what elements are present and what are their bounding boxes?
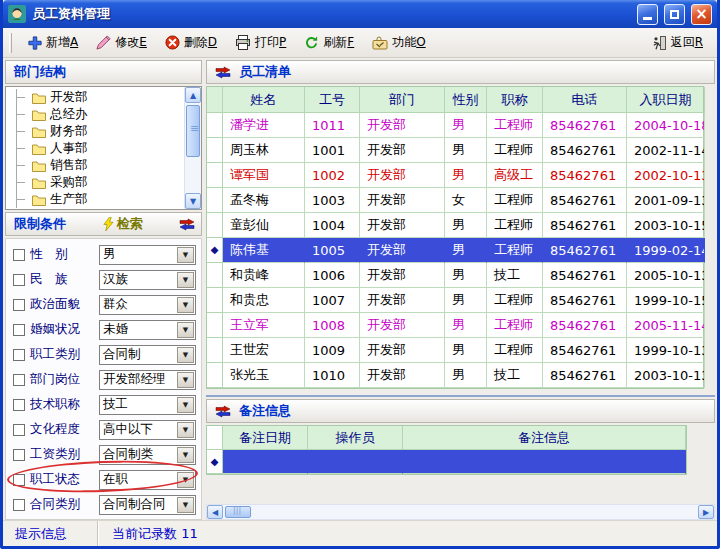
remark-panel-title: 备注信息 <box>239 402 291 420</box>
contract-type-select[interactable]: 合同制合同▼ <box>99 495 196 515</box>
print-icon <box>235 35 251 50</box>
tree-item-hr[interactable]: 人事部 <box>6 140 184 157</box>
filter-panel: 性 别 男▼ 民 族 汉族▼ 政治面貌 群众▼ 婚姻状况 未婚▼ <box>5 238 202 520</box>
chevron-down-icon[interactable]: ▼ <box>177 372 194 388</box>
search-button[interactable]: 检索 <box>103 215 143 233</box>
filter-row-contract-type: 合同类别 合同制合同▼ <box>6 492 201 517</box>
scrollbar-thumb[interactable] <box>186 105 200 157</box>
table-row[interactable]: 王立军1008开发部男工程师854627612005-11-14 <box>207 313 703 338</box>
toolbar: 新增A 修改E 删除D 打印P 刷新F 功能O 返回R <box>3 28 717 58</box>
filter-row-emp-type: 职工类别 合同制▼ <box>6 342 201 367</box>
folder-icon <box>32 92 46 104</box>
scroll-left-icon[interactable]: ◀ <box>207 505 223 519</box>
filter-row-ethnic: 民 族 汉族▼ <box>6 267 201 292</box>
employee-table-header: 姓名 工号 部门 性别 职称 电话 入职日期 <box>207 87 703 113</box>
delete-icon <box>165 35 180 50</box>
row-selector <box>207 163 223 188</box>
minimize-icon <box>643 17 652 20</box>
filter-checkbox[interactable] <box>13 424 25 436</box>
filter-checkbox[interactable] <box>13 399 25 411</box>
add-icon <box>28 36 42 50</box>
scrollbar-thumb[interactable] <box>225 506 251 518</box>
emp-type-select[interactable]: 合同制▼ <box>99 345 196 365</box>
return-button[interactable]: 返回R <box>645 31 709 54</box>
close-button[interactable]: × <box>691 4 712 25</box>
filter-checkbox[interactable] <box>13 499 25 511</box>
chevron-down-icon[interactable]: ▼ <box>177 447 194 463</box>
row-selector: ◆ <box>207 238 223 263</box>
position-select[interactable]: 开发部经理▼ <box>99 370 196 390</box>
table-row[interactable]: 潘学进1011开发部男工程师854627612004-10-18 <box>207 113 703 138</box>
filter-checkbox[interactable] <box>13 274 25 286</box>
table-row[interactable]: 童彭仙1004开发部男工程师854627612003-10-15 <box>207 213 703 238</box>
table-row-selected[interactable]: ◆ 陈伟基1005开发部男工程师854627611999-02-14 <box>207 238 703 263</box>
remark-panel: 备注信息 备注日期 操作员 备注信息 ◆ <box>206 395 715 475</box>
sex-select[interactable]: 男▼ <box>99 245 196 265</box>
function-button[interactable]: 功能O <box>366 31 431 54</box>
row-selector <box>207 188 223 213</box>
folder-icon <box>32 194 46 206</box>
emp-status-select[interactable]: 在职▼ <box>99 470 196 490</box>
dept-panel-header: 部门结构 <box>5 60 202 84</box>
table-row[interactable]: 谭军国1002开发部男高级工854627612002-10-13 <box>207 163 703 188</box>
dept-tree-list: 开发部 总经办 财务部 人事部 <box>6 87 184 209</box>
chevron-down-icon[interactable]: ▼ <box>177 472 194 488</box>
edit-icon <box>96 35 111 50</box>
chevron-down-icon[interactable]: ▼ <box>177 397 194 413</box>
tree-scrollbar[interactable]: ▲ ▼ <box>184 87 201 209</box>
refresh-button[interactable]: 刷新F <box>298 31 360 54</box>
row-selector <box>207 213 223 238</box>
print-button[interactable]: 打印P <box>229 31 292 54</box>
remark-table-header: 备注日期 操作员 备注信息 <box>207 426 686 450</box>
tree-item-purchase[interactable]: 采购部 <box>6 174 184 191</box>
chevron-down-icon[interactable]: ▼ <box>177 422 194 438</box>
filter-checkbox[interactable] <box>13 249 25 261</box>
horizontal-scrollbar[interactable]: ◀ ▶ <box>206 504 715 520</box>
filter-checkbox[interactable] <box>13 374 25 386</box>
remark-row-selected[interactable]: ◆ <box>207 450 686 474</box>
add-button[interactable]: 新增A <box>22 31 84 54</box>
edit-button[interactable]: 修改E <box>90 31 153 54</box>
minimize-button[interactable] <box>637 4 658 25</box>
political-select[interactable]: 群众▼ <box>99 295 196 315</box>
filter-checkbox[interactable] <box>13 449 25 461</box>
scroll-down-icon[interactable]: ▼ <box>185 193 201 209</box>
table-row[interactable]: 周玉林1001开发部男工程师854627612002-11-14 <box>207 138 703 163</box>
ethnic-select[interactable]: 汉族▼ <box>99 270 196 290</box>
tree-item-dev[interactable]: 开发部 <box>6 89 184 106</box>
tree-item-production[interactable]: 生产部 <box>6 191 184 208</box>
table-row[interactable]: 孟冬梅1003开发部女工程师854627612001-09-13 <box>207 188 703 213</box>
chevron-down-icon[interactable]: ▼ <box>177 497 194 513</box>
status-hint: 提示信息 <box>3 521 98 546</box>
filter-checkbox[interactable] <box>13 474 25 486</box>
filter-row-tech-title: 技术职称 技工▼ <box>6 392 201 417</box>
chevron-down-icon[interactable]: ▼ <box>177 247 194 263</box>
scroll-up-icon[interactable]: ▲ <box>185 87 201 103</box>
chevron-down-icon[interactable]: ▼ <box>177 297 194 313</box>
right-panel: 员工清单 姓名 工号 部门 性别 职称 电话 入职日期 潘学进1011开发部男工… <box>206 60 715 520</box>
table-row[interactable]: 王世宏1009开发部男工程师854627611999-10-13 <box>207 338 703 363</box>
filter-checkbox[interactable] <box>13 324 25 336</box>
tree-item-gm[interactable]: 总经办 <box>6 106 184 123</box>
chevron-down-icon[interactable]: ▼ <box>177 322 194 338</box>
filter-checkbox[interactable] <box>13 349 25 361</box>
app-window: 员工资料管理 × 新增A 修改E 删除D 打印P 刷新F 功能O <box>0 0 720 549</box>
table-row[interactable]: 和贵忠1007开发部男工程师854627611999-10-15 <box>207 288 703 313</box>
filter-checkbox[interactable] <box>13 299 25 311</box>
filter-row-emp-status: 职工状态 在职▼ <box>6 467 201 492</box>
salary-type-select[interactable]: 合同制类▼ <box>99 445 196 465</box>
marriage-select[interactable]: 未婚▼ <box>99 320 196 340</box>
tree-item-sales[interactable]: 销售部 <box>6 157 184 174</box>
filter-row-marriage: 婚姻状况 未婚▼ <box>6 317 201 342</box>
tech-title-select[interactable]: 技工▼ <box>99 395 196 415</box>
maximize-button[interactable] <box>664 4 685 25</box>
chevron-down-icon[interactable]: ▼ <box>177 347 194 363</box>
table-row[interactable]: 和贵峰1006开发部男技工854627612005-10-13 <box>207 263 703 288</box>
table-row[interactable]: 张光玉1010开发部男技工854627612003-10-13 <box>207 363 703 388</box>
delete-button[interactable]: 删除D <box>159 31 223 54</box>
main-area: 部门结构 开发部 总经办 财务部 <box>3 58 717 520</box>
scroll-right-icon[interactable]: ▶ <box>698 505 714 519</box>
tree-item-finance[interactable]: 财务部 <box>6 123 184 140</box>
education-select[interactable]: 高中以下▼ <box>99 420 196 440</box>
chevron-down-icon[interactable]: ▼ <box>177 272 194 288</box>
